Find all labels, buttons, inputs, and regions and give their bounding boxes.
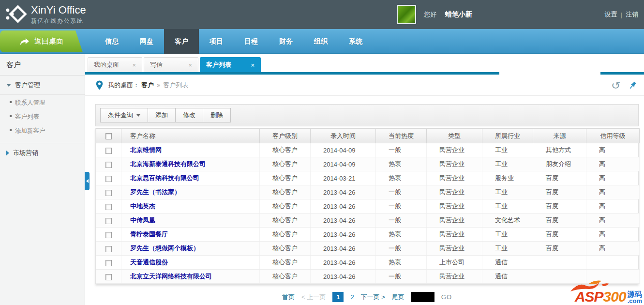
table-row[interactable]: 北京海新泰通科技有限公司 核心客户 2014-04-09 热衷 民营企业 工业 … <box>96 157 640 171</box>
greeting-label: 您好 <box>424 10 436 19</box>
current-heat-cell: 一般 <box>376 143 427 157</box>
back-to-desktop-button[interactable]: 返回桌面 <box>0 30 83 52</box>
tab-customer-list[interactable]: 客户列表 × <box>200 57 261 72</box>
column-type[interactable]: 类型 <box>427 129 482 143</box>
content-area: 我的桌面 × 写信 × 客户列表 × <box>85 54 644 305</box>
pagination-last[interactable]: 尾页 <box>392 293 404 302</box>
table-row[interactable]: 北京维情网 核心客户 2014-04-09 一般 民营企业 工业 其他方式 高 <box>96 143 640 157</box>
column-customer-name[interactable]: 客户名称 <box>121 129 260 143</box>
sidebar-group-customer-management[interactable]: 客户管理 <box>0 76 85 95</box>
page-jump-input[interactable] <box>411 292 434 302</box>
current-heat-cell: 一般 <box>376 242 427 256</box>
customer-name-link[interactable]: 天音通信股份 <box>130 259 168 266</box>
customer-name-link[interactable]: 罗先生（书法家） <box>130 188 180 196</box>
row-checkbox[interactable] <box>105 218 112 224</box>
chevron-down-icon <box>6 84 11 87</box>
username[interactable]: 蜡笔小新 <box>445 10 472 19</box>
sidebar-item-contact-management[interactable]: 联系人管理 <box>0 96 85 110</box>
pagination-page-1[interactable]: 1 <box>332 292 344 302</box>
table-row[interactable]: 中传凤凰 核心客户 2013-04-26 一般 民营企业 文化艺术 百度 高 <box>96 214 640 228</box>
row-checkbox[interactable] <box>105 274 112 280</box>
breadcrumb-current: 客户列表 <box>163 81 188 90</box>
table-row[interactable]: 青柠泰国餐厅 核心客户 2013-04-26 热衷 民营企业 工业 百度 高 <box>96 228 640 242</box>
column-credit-rating[interactable]: 信用等级 <box>586 129 640 143</box>
row-checkbox[interactable] <box>105 232 112 238</box>
select-all-checkbox[interactable] <box>105 133 112 139</box>
nav-item-system[interactable]: 系统 <box>338 29 373 53</box>
current-heat-cell: 热衷 <box>376 171 427 185</box>
table-row[interactable]: 罗先生（书法家） 核心客户 2013-04-26 一般 民营企业 工业 百度 高 <box>96 185 640 199</box>
customer-name-link[interactable]: 中传凤凰 <box>130 216 155 224</box>
condition-query-button[interactable]: 条件查询 <box>100 108 148 122</box>
tab-compose-mail[interactable]: 写信 × <box>144 57 198 72</box>
nav-item-customer[interactable]: 客户 <box>164 29 199 53</box>
edit-button[interactable]: 修改 <box>175 108 203 122</box>
industry-cell: 工业 <box>482 157 533 171</box>
customer-name-link[interactable]: 北京海新泰通科技有限公司 <box>130 160 206 168</box>
pagination-first[interactable]: 首页 <box>282 293 295 302</box>
customer-name-link[interactable]: 青柠泰国餐厅 <box>130 230 168 238</box>
table-header-row: 客户名称 客户级别 录入时间 当前热度 类型 所属行业 来源 信用等级 <box>96 129 640 143</box>
type-cell: 民营企业 <box>427 171 482 185</box>
column-entry-time[interactable]: 录入时间 <box>311 129 376 143</box>
tab-my-desktop[interactable]: 我的桌面 × <box>88 57 142 72</box>
row-checkbox[interactable] <box>105 162 112 168</box>
credit-rating-cell: 高 <box>586 199 640 214</box>
pushpin-icon[interactable] <box>628 81 637 90</box>
customer-name-link[interactable]: 北京维情网 <box>130 146 162 153</box>
sidebar-item-add-customer[interactable]: 添加新客户 <box>0 124 85 138</box>
column-current-heat[interactable]: 当前热度 <box>376 129 427 143</box>
delete-button[interactable]: 删除 <box>203 108 231 122</box>
customer-name-link[interactable]: 北京思百纳科技有限公司 <box>130 174 199 182</box>
refresh-undo-icon[interactable]: ↺ <box>612 80 621 91</box>
customer-table: 客户名称 客户级别 录入时间 当前热度 类型 所属行业 来源 信用等级 北京 <box>96 128 640 284</box>
nav-item-organization[interactable]: 组织 <box>303 29 338 53</box>
nav-item-project[interactable]: 项目 <box>199 29 234 53</box>
close-icon[interactable]: × <box>243 61 255 69</box>
column-source[interactable]: 来源 <box>533 129 586 143</box>
breadcrumb-actions: ↺ <box>612 75 637 96</box>
customer-name-link[interactable]: 中地英杰 <box>130 202 155 210</box>
table-row[interactable]: 北京思百纳科技有限公司 核心客户 2014-03-21 热衷 民营企业 服务业 … <box>96 171 640 185</box>
current-heat-cell: 一般 <box>376 185 427 199</box>
pagination-page-2[interactable]: 2 <box>350 293 354 301</box>
credit-rating-cell: 高 <box>586 171 640 185</box>
close-icon[interactable]: × <box>124 61 136 69</box>
row-checkbox[interactable] <box>105 176 112 182</box>
sidebar-group-label: 客户管理 <box>15 81 40 90</box>
logout-link[interactable]: 注销 <box>626 10 638 19</box>
breadcrumb-section[interactable]: 客户 <box>141 81 154 90</box>
table-row[interactable]: 北京立天洋网络科技有限公司 核心客户 2013-04-26 一般 民营企业 通信 <box>96 270 640 284</box>
customer-name-link[interactable]: 罗先生（想做两个模板） <box>130 244 199 252</box>
row-checkbox[interactable] <box>105 246 112 252</box>
table-row[interactable]: 天音通信股份 核心客户 2013-04-26 热衷 上市公司 通信 <box>96 256 640 270</box>
customer-level-cell: 核心客户 <box>260 256 311 270</box>
column-industry[interactable]: 所属行业 <box>482 129 533 143</box>
table-row[interactable]: 中地英杰 核心客户 2013-04-26 一般 民营企业 工业 百度 高 <box>96 199 640 214</box>
source-cell: 百度 <box>533 199 586 214</box>
customer-name-link[interactable]: 北京立天洋网络科技有限公司 <box>130 273 212 280</box>
nav-item-message[interactable]: 信息 <box>94 29 129 53</box>
nav-item-schedule[interactable]: 日程 <box>234 29 269 53</box>
nav-item-netdisk[interactable]: 网盘 <box>129 29 164 53</box>
asp300-watermark: ASP 300 源码 .com <box>575 290 642 304</box>
row-checkbox[interactable] <box>105 148 112 154</box>
avatar[interactable] <box>397 5 416 24</box>
column-customer-level[interactable]: 客户级别 <box>260 129 311 143</box>
nav-item-finance[interactable]: 财务 <box>269 29 303 53</box>
credit-rating-cell: 高 <box>586 228 640 242</box>
pagination-next[interactable]: 下一页 > <box>361 293 385 302</box>
sidebar-collapse-handle[interactable] <box>85 172 90 190</box>
row-checkbox[interactable] <box>105 204 112 210</box>
settings-link[interactable]: 设置 <box>605 10 617 19</box>
row-checkbox[interactable] <box>105 190 112 196</box>
sidebar-group-marketing[interactable]: 市场营销 <box>0 143 85 162</box>
add-button[interactable]: 添加 <box>148 108 176 122</box>
close-icon[interactable]: × <box>180 61 192 69</box>
header-checkbox-cell <box>96 129 121 143</box>
pagination-go-button[interactable]: GO <box>441 293 452 301</box>
row-checkbox[interactable] <box>105 260 112 266</box>
industry-cell: 工业 <box>482 242 533 256</box>
table-row[interactable]: 罗先生（想做两个模板） 核心客户 2013-04-26 一般 民营企业 工业 百… <box>96 242 640 256</box>
sidebar-item-customer-list[interactable]: 客户列表 <box>0 110 85 124</box>
